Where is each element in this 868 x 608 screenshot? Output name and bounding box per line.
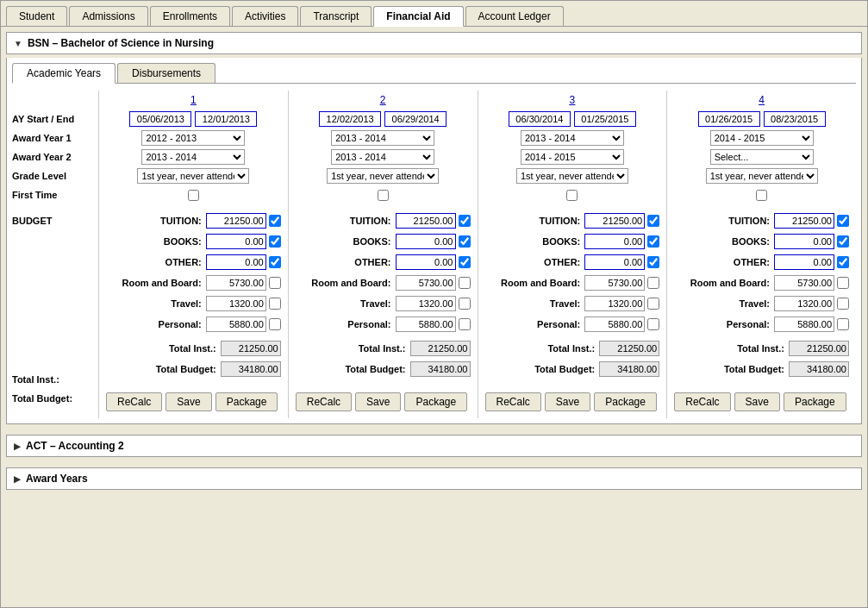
package-button-2[interactable]: Package (404, 392, 467, 411)
tuition-checkbox-2[interactable] (459, 215, 471, 227)
act-section-header[interactable]: ▶ ACT – Accounting 2 (6, 435, 862, 457)
recalc-button-1[interactable]: ReCalc (106, 392, 162, 411)
room-board-input-1[interactable] (206, 275, 266, 291)
top-tab-financial-aid[interactable]: Financial Aid (373, 6, 463, 27)
bsn-section-header[interactable]: ▼ BSN – Bachelor of Science in Nursing (6, 32, 862, 54)
room-board-checkbox-2[interactable] (459, 277, 471, 289)
recalc-button-4[interactable]: ReCalc (674, 392, 730, 411)
ay-start-date-2[interactable] (319, 111, 381, 127)
tuition-input-3[interactable] (584, 213, 645, 229)
books-input-3[interactable] (584, 234, 645, 249)
first-time-checkbox-4[interactable] (756, 190, 767, 201)
grade-level-select-2[interactable]: 1st year, never attended (327, 168, 439, 184)
other-checkbox-3[interactable] (647, 256, 659, 268)
travel-input-1[interactable] (206, 296, 266, 311)
personal-checkbox-3[interactable] (647, 318, 659, 330)
books-input-2[interactable] (396, 234, 456, 249)
save-button-2[interactable]: Save (355, 392, 401, 411)
award-year2-select-4[interactable]: Select... (710, 149, 814, 165)
top-tab-transcript[interactable]: Transcript (300, 6, 372, 26)
other-input-4[interactable] (774, 254, 834, 270)
travel-checkbox-4[interactable] (837, 298, 849, 310)
tuition-input-2[interactable] (396, 213, 456, 229)
save-button-1[interactable]: Save (165, 392, 211, 411)
package-button-3[interactable]: Package (594, 392, 657, 411)
grade-level-select-3[interactable]: 1st year, never attended (516, 168, 628, 184)
first-time-checkbox-2[interactable] (378, 190, 389, 201)
save-button-4[interactable]: Save (734, 392, 780, 411)
books-input-1[interactable] (206, 234, 266, 249)
recalc-button-2[interactable]: ReCalc (296, 392, 352, 411)
personal-checkbox-2[interactable] (459, 318, 471, 330)
ay-end-date-3[interactable] (574, 111, 636, 127)
ay-start-date-3[interactable] (509, 111, 571, 127)
room-board-input-3[interactable] (584, 275, 645, 291)
recalc-button-3[interactable]: ReCalc (485, 392, 541, 411)
first-time-checkbox-1[interactable] (188, 190, 199, 201)
package-button-1[interactable]: Package (215, 392, 278, 411)
top-tab-enrollments[interactable]: Enrollments (150, 6, 230, 26)
award-years-section-header[interactable]: ▶ Award Years (6, 467, 862, 490)
room-board-checkbox-1[interactable] (269, 277, 281, 289)
award-year1-select-1[interactable]: 2012 - 2013 (141, 130, 245, 146)
award-year2-select-3[interactable]: 2014 - 2015 (521, 149, 624, 165)
grade-level-select-1[interactable]: 1st year, never attended (137, 168, 249, 184)
books-checkbox-3[interactable] (647, 235, 659, 248)
award-year1-select-3[interactable]: 2013 - 2014 (521, 130, 624, 146)
ay-end-date-1[interactable] (195, 111, 257, 127)
tuition-checkbox-3[interactable] (647, 215, 659, 227)
sub-tab-academic-years[interactable]: Academic Years (12, 63, 116, 84)
top-tab-student[interactable]: Student (6, 6, 67, 26)
other-input-2[interactable] (396, 254, 456, 270)
tuition-checkbox-1[interactable] (269, 215, 281, 227)
books-input-4[interactable] (774, 234, 834, 249)
top-tab-activities[interactable]: Activities (232, 6, 298, 26)
ay-start-date-4[interactable] (698, 111, 760, 127)
ay-col-number-4[interactable]: 4 (674, 91, 849, 110)
room-board-input-4[interactable] (774, 275, 834, 291)
travel-checkbox-2[interactable] (459, 298, 471, 310)
personal-input-1[interactable] (206, 317, 266, 332)
save-button-3[interactable]: Save (545, 392, 590, 411)
room-board-checkbox-4[interactable] (837, 277, 849, 289)
grade-level-select-4[interactable]: 1st year, never attended (706, 168, 818, 184)
other-checkbox-4[interactable] (837, 256, 849, 268)
travel-checkbox-1[interactable] (269, 298, 281, 310)
other-checkbox-1[interactable] (269, 256, 281, 268)
travel-input-4[interactable] (774, 296, 834, 311)
room-board-checkbox-3[interactable] (647, 277, 659, 289)
top-tab-admissions[interactable]: Admissions (69, 6, 147, 26)
tuition-input-1[interactable] (206, 213, 266, 229)
personal-input-4[interactable] (774, 317, 834, 332)
ay-col-number-2[interactable]: 2 (296, 91, 471, 110)
personal-input-3[interactable] (584, 317, 645, 332)
ay-end-date-2[interactable] (384, 111, 446, 127)
award-year2-select-1[interactable]: 2013 - 2014 (141, 149, 245, 165)
tuition-checkbox-4[interactable] (837, 215, 849, 227)
personal-checkbox-1[interactable] (269, 318, 281, 330)
other-input-1[interactable] (206, 254, 266, 270)
package-button-4[interactable]: Package (784, 392, 846, 411)
travel-checkbox-3[interactable] (647, 298, 659, 310)
travel-input-2[interactable] (396, 296, 456, 311)
top-tab-account-ledger[interactable]: Account Ledger (465, 6, 564, 26)
ay-end-date-4[interactable] (764, 111, 826, 127)
room-board-input-2[interactable] (396, 275, 456, 291)
books-checkbox-4[interactable] (837, 235, 849, 248)
ay-col-number-1[interactable]: 1 (106, 91, 281, 110)
personal-input-2[interactable] (396, 317, 456, 332)
award-year1-select-2[interactable]: 2013 - 2014 (331, 130, 434, 146)
other-checkbox-2[interactable] (459, 256, 471, 268)
sub-tab-disbursements[interactable]: Disbursements (117, 63, 215, 83)
personal-checkbox-4[interactable] (837, 318, 849, 330)
books-checkbox-1[interactable] (269, 235, 281, 248)
books-checkbox-2[interactable] (459, 235, 471, 248)
tuition-input-4[interactable] (774, 213, 834, 229)
ay-start-date-1[interactable] (129, 111, 191, 127)
first-time-checkbox-3[interactable] (566, 190, 578, 201)
travel-input-3[interactable] (584, 296, 645, 311)
other-input-3[interactable] (584, 254, 645, 270)
award-year2-select-2[interactable]: 2013 - 2014 (331, 149, 434, 165)
ay-col-number-3[interactable]: 3 (485, 91, 660, 110)
award-year1-select-4[interactable]: 2014 - 2015 (710, 130, 814, 146)
